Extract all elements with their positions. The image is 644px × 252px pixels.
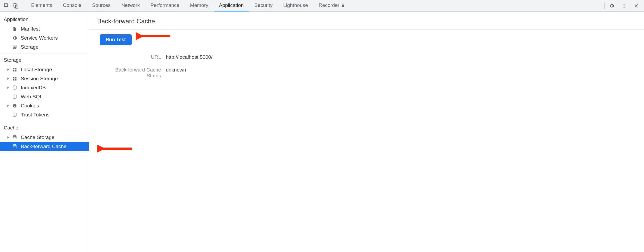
database-icon [12,135,18,140]
url-value: http://localhost:5000/ [166,54,212,60]
flask-icon [341,3,345,7]
run-test-button[interactable]: Run Test [100,34,132,45]
tab-console[interactable]: Console [57,0,87,11]
sidebar-item-web-sql[interactable]: Web SQL [0,92,89,101]
sidebar-item-service-workers[interactable]: Service Workers [0,33,89,43]
database-icon [12,112,18,118]
sidebar-item-trust-tokens[interactable]: Trust Tokens [0,110,89,119]
database-icon [12,94,18,100]
sidebar-item-bfcache[interactable]: Back-forward Cache [0,142,89,151]
page-title: Back-forward Cache [89,12,644,29]
url-row: URL http://localhost:5000/ [100,54,633,60]
close-devtools-icon[interactable] [632,1,641,10]
sidebar-item-label: Local Storage [21,67,52,73]
tab-memory[interactable]: Memory [185,0,214,11]
expand-icon[interactable] [6,104,10,108]
group-storage: Storage [0,55,89,65]
settings-icon[interactable] [607,1,616,10]
tab-recorder[interactable]: Recorder [313,0,350,11]
annotation-arrow [136,32,170,40]
separator [23,3,23,9]
main-panel: Back-forward Cache Run Test URL http://l… [89,12,644,252]
annotation-arrow [97,145,132,153]
more-icon[interactable] [620,1,629,10]
tab-application[interactable]: Application [214,0,249,11]
status-row: Back-forward Cache Status unknown [100,67,633,79]
tab-performance[interactable]: Performance [145,0,185,11]
database-icon [12,44,18,50]
workspace: Application Manifest Service Workers Sto… [0,12,644,252]
expand-icon[interactable] [6,68,10,72]
gear-icon [12,35,18,41]
tab-lighthouse[interactable]: Lighthouse [278,0,313,11]
url-label: URL [100,54,166,60]
tab-elements[interactable]: Elements [26,0,57,11]
sidebar-item-label: Trust Tokens [21,112,49,118]
group-application: Application [0,14,89,24]
inspect-icon[interactable] [2,1,11,10]
tab-network[interactable]: Network [116,0,145,11]
sidebar-item-manifest[interactable]: Manifest [0,24,89,33]
separator [604,3,605,9]
status-label: Back-forward Cache Status [100,67,166,79]
sidebar-item-label: Service Workers [21,35,58,41]
database-icon [12,85,18,91]
sidebar-item-label: Web SQL [21,94,43,100]
device-toggle-icon[interactable] [11,1,20,10]
sidebar-item-storage[interactable]: Storage [0,43,89,52]
sidebar-item-session-storage[interactable]: Session Storage [0,74,89,83]
grid-icon [12,67,18,73]
cookie-icon [12,103,18,109]
group-cache: Cache [0,123,89,133]
sidebar-item-label: Session Storage [21,76,58,82]
sidebar-item-cookies[interactable]: Cookies [0,101,89,110]
sidebar-item-label: Manifest [21,26,40,32]
sidebar-item-label: Back-forward Cache [21,144,67,149]
grid-icon [12,76,18,82]
sidebar-item-indexeddb[interactable]: IndexedDB [0,83,89,92]
sidebar-item-cache-storage[interactable]: Cache Storage [0,133,89,142]
panel-tabs: Elements Console Sources Network Perform… [26,0,350,11]
devtools-tabbar: Elements Console Sources Network Perform… [0,0,644,12]
sidebar-item-local-storage[interactable]: Local Storage [0,65,89,74]
tab-security[interactable]: Security [249,0,278,11]
file-icon [12,26,18,32]
status-value: unknown [166,67,186,79]
expand-icon[interactable] [6,136,10,139]
sidebar-item-label: Storage [21,44,39,50]
sidebar-item-label: Cookies [21,103,39,109]
tab-sources[interactable]: Sources [87,0,116,11]
application-sidebar: Application Manifest Service Workers Sto… [0,12,89,252]
sidebar-item-label: Cache Storage [21,135,55,140]
database-icon [12,144,18,149]
expand-icon[interactable] [6,77,10,81]
sidebar-item-label: IndexedDB [21,85,46,91]
expand-icon[interactable] [6,86,10,90]
